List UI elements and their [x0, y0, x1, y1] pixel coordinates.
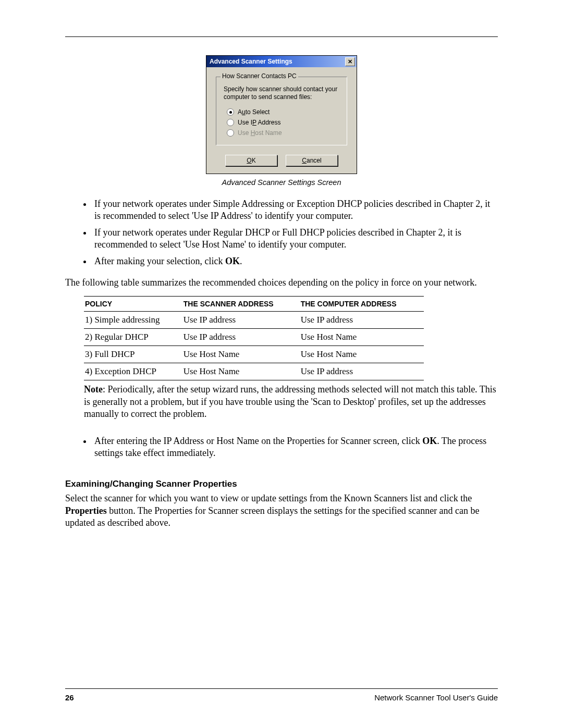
col-computer-address: THE COMPUTER ADDRESS [300, 297, 424, 312]
page: Advanced Scanner Settings ✕ How Scanner … [0, 0, 563, 728]
footer-guide-title: Network Scanner Tool User's Guide [374, 693, 498, 702]
dialog-figure: Advanced Scanner Settings ✕ How Scanner … [206, 55, 357, 174]
radio-label: Use IP Address [238, 119, 281, 126]
radio-icon [227, 119, 234, 126]
table-row: 1) Simple addressing Use IP address Use … [84, 312, 424, 329]
bullet-list-1: If your network operates under Simple Ad… [65, 198, 498, 267]
cell: Use Host Name [300, 329, 424, 346]
list-item: If your network operates under Simple Ad… [92, 198, 498, 223]
table-intro-paragraph: The following table summarizes the recom… [65, 277, 498, 289]
figure-caption: Advanced Scanner Settings Screen [65, 178, 498, 187]
radio-icon [227, 108, 234, 116]
table-row: 3) Full DHCP Use Host Name Use Host Name [84, 346, 424, 363]
cell: Use Host Name [300, 346, 424, 363]
groupbox-description: Specify how scanner should contact your … [224, 85, 339, 101]
list-item: After making your selection, click OK. [92, 255, 498, 267]
page-number: 26 [65, 693, 74, 702]
cell: 3) Full DHCP [84, 346, 182, 363]
col-scanner-address: THE SCANNER ADDRESS [182, 297, 300, 312]
radio-label: Use Host Name [238, 129, 282, 137]
cell: Use IP address [182, 312, 300, 329]
list-item: If your network operates under Regular D… [92, 227, 498, 251]
radio-icon [227, 129, 234, 137]
table-row: 2) Regular DHCP Use IP address Use Host … [84, 329, 424, 346]
cell: Use IP address [300, 312, 424, 329]
radio-use-ip-address[interactable]: Use IP Address [227, 119, 339, 126]
cell: Use IP address [182, 329, 300, 346]
section-heading: Examining/Changing Scanner Properties [65, 479, 498, 489]
policy-table: POLICY THE SCANNER ADDRESS THE COMPUTER … [84, 296, 424, 380]
table-row: 4) Exception DHCP Use Host Name Use IP a… [84, 363, 424, 380]
section-paragraph: Select the scanner for which you want to… [65, 492, 498, 529]
radio-use-host-name: Use Host Name [227, 129, 339, 137]
cell: 1) Simple addressing [84, 312, 182, 329]
contact-pc-groupbox: How Scanner Contacts PC Specify how scan… [216, 77, 347, 145]
close-icon[interactable]: ✕ [345, 57, 355, 66]
cell: Use Host Name [182, 363, 300, 380]
col-policy: POLICY [84, 297, 182, 312]
cell: 2) Regular DHCP [84, 329, 182, 346]
top-rule [65, 36, 498, 37]
table-header-row: POLICY THE SCANNER ADDRESS THE COMPUTER … [84, 297, 424, 312]
cell: Use Host Name [182, 346, 300, 363]
cell: 4) Exception DHCP [84, 363, 182, 380]
groupbox-legend: How Scanner Contacts PC [221, 72, 298, 80]
advanced-scanner-settings-dialog: Advanced Scanner Settings ✕ How Scanner … [206, 55, 357, 174]
radio-label: Auto Select [238, 108, 270, 116]
dialog-title: Advanced Scanner Settings [210, 58, 292, 65]
radio-auto-select[interactable]: Auto Select [227, 108, 339, 116]
dialog-button-row: OK Cancel [216, 155, 347, 166]
cell: Use IP address [300, 363, 424, 380]
dialog-titlebar: Advanced Scanner Settings ✕ [206, 56, 357, 67]
note-paragraph: Note: Periodically, after the setup wiza… [84, 384, 498, 420]
page-footer: 26 Network Scanner Tool User's Guide [65, 688, 498, 702]
bullet-list-2: After entering the IP Address or Host Na… [65, 435, 498, 460]
list-item: After entering the IP Address or Host Na… [92, 435, 498, 460]
ok-button[interactable]: OK [225, 155, 277, 166]
dialog-body: How Scanner Contacts PC Specify how scan… [206, 67, 357, 174]
cancel-button[interactable]: Cancel [286, 155, 338, 166]
